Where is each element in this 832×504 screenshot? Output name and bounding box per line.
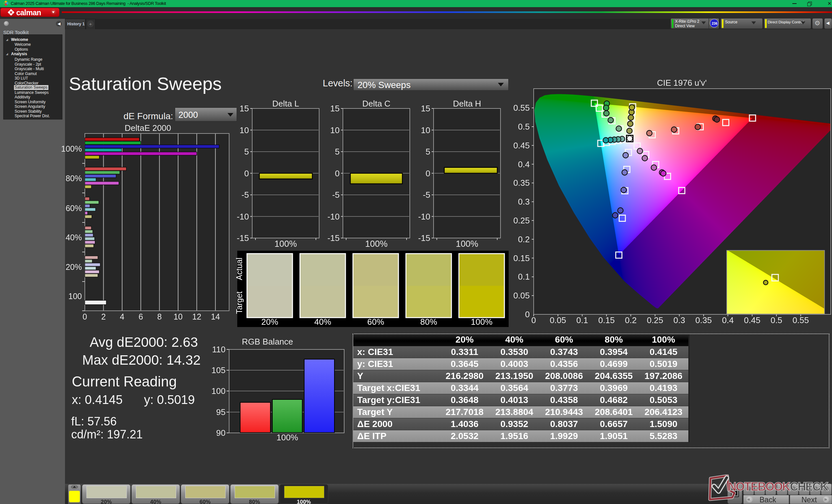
svg-text:15: 15 [330, 104, 340, 113]
svg-text:95: 95 [216, 407, 226, 417]
svg-text:100%: 100% [471, 317, 493, 327]
svg-text:0: 0 [335, 169, 340, 178]
svg-text:0.3: 0.3 [518, 197, 530, 206]
svg-text:0.4: 0.4 [518, 160, 530, 169]
svg-text:0.35: 0.35 [513, 178, 530, 188]
svg-text:100%: 100% [274, 239, 297, 249]
svg-text:0.25: 0.25 [647, 315, 663, 325]
svg-text:0.55: 0.55 [792, 315, 809, 325]
svg-text:0.1: 0.1 [518, 272, 530, 282]
svg-text:-15: -15 [327, 233, 340, 243]
svg-text:15: 15 [421, 104, 430, 113]
svg-text:12: 12 [192, 312, 201, 321]
svg-text:0: 0 [244, 169, 249, 178]
svg-text:DeltaE 2000: DeltaE 2000 [125, 123, 171, 133]
svg-text:60%: 60% [367, 317, 384, 327]
svg-text:Actual: Actual [235, 257, 244, 280]
svg-text:0: 0 [82, 312, 87, 321]
svg-text:Target: Target [235, 291, 244, 314]
svg-text:10: 10 [330, 125, 340, 135]
svg-text:0.2: 0.2 [625, 315, 637, 325]
svg-text:0.2: 0.2 [518, 234, 530, 244]
svg-text:Delta H: Delta H [453, 99, 481, 109]
svg-text:40%: 40% [314, 317, 331, 327]
svg-text:10: 10 [421, 125, 430, 135]
svg-text:15: 15 [239, 104, 249, 113]
svg-text:40%: 40% [66, 233, 82, 242]
svg-text:110: 110 [212, 344, 226, 354]
svg-text:100%: 100% [277, 432, 298, 442]
svg-text:90: 90 [216, 428, 226, 438]
svg-text:-10: -10 [418, 212, 430, 222]
svg-text:100%: 100% [456, 239, 478, 249]
svg-text:5: 5 [335, 147, 340, 157]
svg-text:0: 0 [426, 169, 430, 178]
svg-text:-10: -10 [237, 212, 249, 222]
svg-text:0.15: 0.15 [513, 253, 530, 263]
svg-text:14: 14 [211, 312, 220, 321]
svg-text:0.15: 0.15 [598, 315, 615, 325]
svg-text:0.35: 0.35 [696, 315, 712, 325]
svg-text:0.1: 0.1 [576, 315, 588, 325]
svg-text:Delta L: Delta L [272, 99, 299, 109]
svg-text:0.5: 0.5 [771, 315, 782, 325]
svg-text:Delta C: Delta C [362, 99, 391, 109]
svg-text:-5: -5 [423, 190, 430, 200]
svg-text:2: 2 [101, 312, 106, 321]
svg-text:CIE 1976 u'v': CIE 1976 u'v' [657, 78, 706, 88]
svg-text:60%: 60% [66, 204, 82, 213]
svg-text:100%: 100% [365, 239, 387, 249]
svg-text:5: 5 [426, 147, 430, 157]
svg-text:0.45: 0.45 [513, 141, 530, 150]
svg-text:0.05: 0.05 [550, 315, 566, 325]
svg-text:0: 0 [525, 309, 530, 319]
svg-text:100: 100 [68, 291, 82, 301]
svg-text:10: 10 [174, 312, 183, 321]
svg-text:-5: -5 [332, 190, 340, 200]
svg-text:-5: -5 [241, 190, 249, 200]
svg-text:105: 105 [212, 365, 226, 375]
svg-text:0.05: 0.05 [513, 291, 530, 300]
svg-text:0.45: 0.45 [744, 315, 760, 325]
svg-text:100%: 100% [61, 144, 82, 153]
svg-text:4: 4 [120, 312, 125, 321]
svg-text:20%: 20% [66, 262, 82, 272]
svg-text:10: 10 [239, 125, 249, 135]
svg-text:0.55: 0.55 [513, 103, 530, 113]
svg-text:20%: 20% [261, 317, 278, 327]
svg-text:5: 5 [244, 147, 249, 157]
svg-text:0.4: 0.4 [722, 315, 734, 325]
svg-text:-15: -15 [237, 233, 249, 243]
svg-text:80%: 80% [66, 174, 82, 183]
svg-text:0.5: 0.5 [518, 122, 530, 132]
svg-text:-10: -10 [327, 212, 340, 222]
svg-text:8: 8 [157, 312, 162, 321]
svg-text:-15: -15 [418, 233, 430, 243]
svg-text:0.25: 0.25 [513, 216, 530, 225]
svg-text:6: 6 [138, 312, 143, 321]
svg-text:0: 0 [531, 315, 536, 325]
svg-text:0.3: 0.3 [673, 315, 685, 325]
svg-text:80%: 80% [420, 317, 437, 327]
svg-text:100: 100 [212, 386, 226, 396]
svg-text:RGB Balance: RGB Balance [242, 337, 293, 346]
